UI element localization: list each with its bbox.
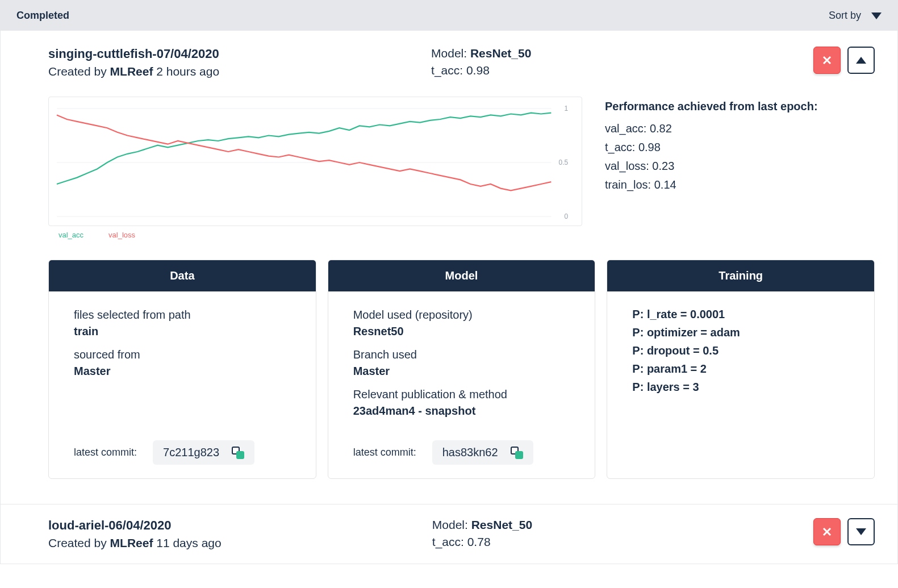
- created-by: Created by MLReef 2 hours ago: [48, 65, 219, 78]
- publication-value: 23ad4man4 - snapshot: [353, 404, 579, 418]
- legend-val-loss: val_loss: [108, 231, 135, 239]
- run-name: loud-ariel-06/04/2020: [48, 518, 222, 533]
- copy-icon[interactable]: [511, 447, 523, 459]
- training-chart: 00.51 val_acc val_loss: [48, 97, 582, 239]
- training-param: P: optimizer = adam: [632, 323, 858, 341]
- performance-block: Performance achieved from last epoch: va…: [605, 97, 875, 239]
- chevron-up-icon: [856, 57, 866, 64]
- delete-button[interactable]: [813, 47, 841, 74]
- legend-val-acc: val_acc: [59, 231, 83, 239]
- model-label: Model:: [431, 47, 470, 60]
- svg-text:0: 0: [564, 212, 568, 220]
- close-icon: [821, 55, 833, 66]
- close-icon: [821, 526, 833, 537]
- sourced-value: Master: [74, 365, 300, 378]
- created-suffix: 11 days ago: [153, 536, 221, 549]
- chevron-down-icon: [871, 12, 882, 19]
- owner: MLReef: [110, 65, 153, 78]
- headline-metric: t_acc: 0.78: [432, 535, 603, 549]
- training-column: Training P: l_rate = 0.0001P: optimizer …: [607, 260, 875, 479]
- commit-label: latest commit:: [353, 447, 416, 458]
- performance-item: train_los: 0.14: [605, 178, 875, 191]
- branch-value: Master: [353, 365, 579, 378]
- model-value: ResNet_50: [470, 47, 531, 60]
- model-used-label: Model used (repository): [353, 308, 579, 322]
- collapse-button[interactable]: [847, 47, 875, 74]
- run-name: singing-cuttlefish-07/04/2020: [48, 47, 219, 61]
- expand-button[interactable]: [847, 518, 875, 545]
- training-column-header: Training: [607, 260, 874, 291]
- performance-item: val_acc: 0.82: [605, 122, 875, 135]
- svg-text:0.5: 0.5: [559, 159, 569, 166]
- headline-metric: t_acc: 0.98: [431, 64, 602, 77]
- performance-title: Performance achieved from last epoch:: [605, 100, 875, 113]
- files-value: train: [74, 325, 300, 338]
- model-label: Model:: [432, 518, 471, 531]
- section-header: Completed Sort by: [1, 1, 897, 31]
- commit-hash: 7c211g823: [163, 446, 219, 459]
- svg-text:1: 1: [564, 105, 568, 112]
- copy-icon[interactable]: [232, 447, 244, 459]
- chevron-down-icon: [856, 528, 866, 535]
- sourced-label: sourced from: [74, 348, 300, 361]
- training-param: P: layers = 3: [632, 378, 858, 396]
- model-value: ResNet_50: [471, 518, 532, 531]
- model-column-header: Model: [328, 260, 595, 291]
- created-prefix: Created by: [48, 536, 110, 549]
- files-label: files selected from path: [74, 308, 300, 322]
- data-column: Data files selected from path train sour…: [48, 260, 316, 479]
- delete-button[interactable]: [813, 518, 841, 545]
- commit-pill: 7c211g823: [153, 440, 254, 465]
- commit-hash: has83kn62: [442, 446, 498, 459]
- training-param: P: dropout = 0.5: [632, 341, 858, 360]
- publication-label: Relevant publication & method: [353, 388, 579, 401]
- model-column: Model Model used (repository) Resnet50 B…: [328, 260, 596, 479]
- training-param: P: l_rate = 0.0001: [632, 305, 858, 323]
- performance-item: val_loss: 0.23: [605, 160, 875, 173]
- training-param: P: param1 = 2: [632, 360, 858, 378]
- model-used-value: Resnet50: [353, 325, 579, 338]
- branch-label: Branch used: [353, 348, 579, 361]
- sort-by-control[interactable]: Sort by: [829, 10, 882, 22]
- sort-label: Sort by: [829, 10, 861, 22]
- owner: MLReef: [110, 536, 153, 549]
- run-card: singing-cuttlefish-07/04/2020 Created by…: [1, 31, 897, 504]
- performance-item: t_acc: 0.98: [605, 141, 875, 154]
- model-line: Model: ResNet_50: [431, 47, 602, 60]
- created-by: Created by MLReef 11 days ago: [48, 536, 222, 550]
- run-card: loud-ariel-06/04/2020 Created by MLReef …: [1, 504, 897, 564]
- commit-pill: has83kn62: [432, 440, 533, 465]
- data-column-header: Data: [49, 260, 316, 291]
- model-line: Model: ResNet_50: [432, 518, 603, 532]
- created-suffix: 2 hours ago: [153, 65, 219, 78]
- created-prefix: Created by: [48, 65, 110, 78]
- commit-label: latest commit:: [74, 447, 137, 458]
- section-title: Completed: [16, 10, 69, 22]
